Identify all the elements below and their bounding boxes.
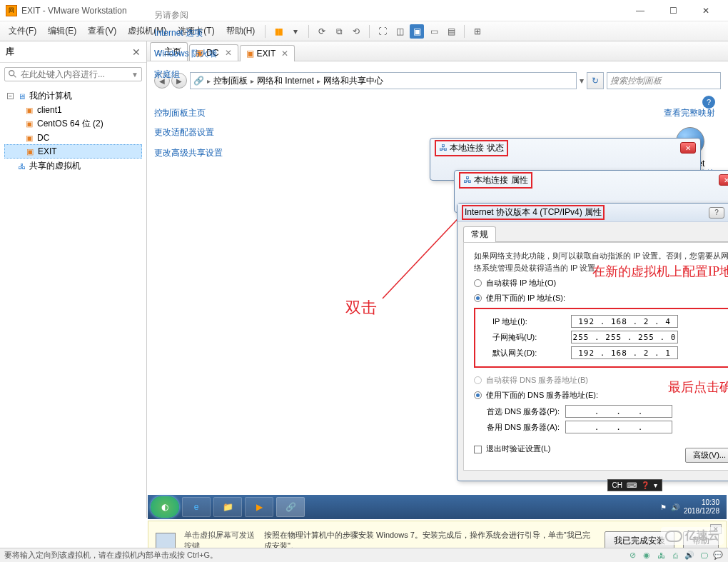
vm-icon: ▣ xyxy=(25,146,35,156)
radio-icon xyxy=(474,376,482,384)
close-button[interactable]: ✕ xyxy=(689,0,722,21)
internet-options-link[interactable]: Internet 选项 xyxy=(154,27,217,39)
taskbar-mediaplayer[interactable]: ▶ xyxy=(245,497,273,517)
status-net-icon[interactable]: 🖧 xyxy=(655,550,667,561)
maximize-button[interactable]: ☐ xyxy=(657,0,689,21)
separator xyxy=(369,25,370,38)
mask-input[interactable]: 255 . 255 . 255 . 0 xyxy=(571,331,678,343)
annotation-ok: 最后点击确定 xyxy=(668,378,728,396)
pause-icon[interactable]: ▮▮ xyxy=(271,24,285,39)
fullscreen-icon[interactable]: ⛶ xyxy=(375,24,390,39)
svg-point-0 xyxy=(9,71,14,76)
tray-flag-icon[interactable]: ⚑ xyxy=(660,503,667,511)
tree-vm-centos[interactable]: ▣CentOS 64 位 (2) xyxy=(4,116,142,131)
menu-file[interactable]: 文件(F) xyxy=(4,23,41,39)
svg-line-1 xyxy=(14,75,16,78)
sidebar-close-icon[interactable]: ✕ xyxy=(132,46,141,58)
dialog2-close-button[interactable]: ✕ xyxy=(719,174,728,186)
tree-vm-dc[interactable]: ▣DC xyxy=(4,131,142,144)
tab-close-icon[interactable]: ✕ xyxy=(225,48,232,58)
guest-screen[interactable]: ◀ ▶ 🔗 ▸ 控制面板 ▸ 网络和 Internet ▸ 网络和共享中心 ▾ … xyxy=(147,61,728,518)
tray-volume-icon[interactable]: 🔊 xyxy=(671,503,679,511)
unity-icon[interactable]: ◫ xyxy=(393,24,407,39)
annotation-doubleclick: 双击 xyxy=(345,297,377,318)
statusbar: 要将输入定向到该虚拟机，请在虚拟机内部单击或按 Ctrl+G。 ⊘ ◉ 🖧 ⎙ … xyxy=(0,548,728,562)
snapshot-mgr-icon[interactable]: ⧉ xyxy=(332,24,346,39)
status-disk-icon[interactable]: ⊘ xyxy=(627,550,638,561)
sidebar-search-input[interactable] xyxy=(21,69,131,79)
dialog3-help-button[interactable]: ? xyxy=(709,207,724,219)
status-cd-icon[interactable]: ◉ xyxy=(641,550,652,561)
firewall-link[interactable]: Windows 防火墙 xyxy=(154,48,217,60)
guest-taskbar: CH⌨❓▾ ◐ e 📁 ▶ 🔗 ⚑ 🔊 10:30 2018/12/28 xyxy=(148,495,727,519)
dns2-input[interactable]: . . . xyxy=(565,421,672,433)
taskbar-ie[interactable]: e xyxy=(182,497,211,517)
refresh-button[interactable]: ↻ xyxy=(587,72,604,89)
minimize-button[interactable]: — xyxy=(624,0,657,21)
taskbar-network[interactable]: 🔗 xyxy=(276,497,305,517)
cp-home-link[interactable]: 控制面板主页 xyxy=(154,107,268,119)
separator xyxy=(308,25,309,38)
shared-icon: 🖧 xyxy=(16,161,26,171)
tree-root-label: 我的计算机 xyxy=(29,90,72,102)
tree-root[interactable]: − 🖥 我的计算机 xyxy=(4,89,142,104)
radio-manual-ip[interactable]: 使用下面的 IP 地址(S): xyxy=(474,293,728,303)
collapse-icon[interactable]: − xyxy=(7,93,14,99)
view2-icon[interactable]: ▭ xyxy=(427,24,441,39)
tab-general[interactable]: 常规 xyxy=(463,226,496,242)
taskbar-explorer[interactable]: 📁 xyxy=(213,497,242,517)
adv-sharing-link[interactable]: 更改高级共享设置 xyxy=(154,147,268,159)
radio-checked-icon xyxy=(474,391,482,399)
view-map-link[interactable]: 查看完整映射 xyxy=(655,107,715,119)
homegroup-link[interactable]: 家庭组 xyxy=(154,69,217,81)
dialog2-title: 🖧 本地连接 属性 xyxy=(459,172,532,189)
status-sound-icon[interactable]: 🔊 xyxy=(684,550,695,561)
vmware-logo-icon: 回 xyxy=(6,5,17,16)
ip-input[interactable]: 192 . 168 . 2 . 4 xyxy=(571,315,678,328)
menu-edit[interactable]: 编辑(E) xyxy=(44,23,81,39)
adapter-settings-link[interactable]: 更改适配器设置 xyxy=(154,126,268,139)
adapter-icon: 🖧 xyxy=(439,143,448,153)
checkbox-icon xyxy=(474,446,482,453)
tab-exit[interactable]: ▣EXIT✕ xyxy=(240,45,295,61)
tree-vm-client1[interactable]: ▣client1 xyxy=(4,104,142,116)
gw-label: 默认网关(D): xyxy=(492,348,571,358)
menu-view[interactable]: 查看(V) xyxy=(84,23,121,39)
content-area: ⌂主页 ▣DC✕ ▣EXIT✕ ◀ ▶ 🔗 ▸ 控制面板 ▸ 网络和 Inter… xyxy=(147,41,728,518)
radio-checked-icon xyxy=(474,294,482,302)
sidebar-search[interactable]: ▼ xyxy=(4,67,142,81)
tab-close-icon[interactable]: ✕ xyxy=(281,49,288,59)
tree-shared[interactable]: 🖧 共享的虚拟机 xyxy=(4,159,142,174)
advanced-button[interactable]: 高级(V)... xyxy=(685,448,728,463)
ime-indicator[interactable]: CH⌨❓▾ xyxy=(607,479,662,491)
status-display-icon[interactable]: 🖵 xyxy=(698,550,709,561)
annotation-config: 在新的虚拟机上配置IP地址 xyxy=(592,263,728,280)
status-usb-icon[interactable]: ⎙ xyxy=(669,550,681,561)
snapshot-icon[interactable]: ⟳ xyxy=(315,24,329,39)
dialog1-close-button[interactable]: ✕ xyxy=(680,142,696,154)
status-msg-icon[interactable]: 💬 xyxy=(712,550,724,561)
address-bar: ◀ ▶ 🔗 ▸ 控制面板 ▸ 网络和 Internet ▸ 网络和共享中心 ▾ … xyxy=(154,70,721,91)
breadcrumb[interactable]: 🔗 ▸ 控制面板 ▸ 网络和 Internet ▸ 网络和共享中心 xyxy=(190,72,577,89)
dns1-input[interactable]: . . . xyxy=(565,405,672,418)
view3-icon[interactable]: ▤ xyxy=(444,24,458,39)
system-tray[interactable]: ⚑ 🔊 10:30 2018/12/28 xyxy=(660,498,724,516)
window-title: EXIT - VMware Workstation xyxy=(21,6,624,16)
dropdown-icon[interactable]: ▾ xyxy=(288,24,303,39)
watermark: 亿速云 xyxy=(661,527,724,545)
ip-label: IP 地址(I): xyxy=(492,316,571,327)
gw-input[interactable]: 192 . 168 . 2 . 1 xyxy=(571,346,678,359)
dns2-label: 备用 DNS 服务器(A): xyxy=(487,422,565,433)
dropdown-icon[interactable]: ▾ xyxy=(580,76,584,86)
library-icon[interactable]: ⊞ xyxy=(470,24,485,39)
tree-vm-exit[interactable]: ▣EXIT xyxy=(4,144,142,159)
menubar: 文件(F) 编辑(E) 查看(V) 虚拟机(M) 选项卡(T) 帮助(H) ▮▮… xyxy=(0,21,728,41)
start-button[interactable]: ◐ xyxy=(151,496,179,518)
snapshot-rev-icon[interactable]: ⟲ xyxy=(349,24,363,39)
tray-clock[interactable]: 10:30 2018/12/28 xyxy=(684,498,719,516)
cp-search[interactable]: 搜索控制面板 xyxy=(607,72,721,89)
menu-help[interactable]: 帮助(H) xyxy=(222,23,260,39)
search-dropdown-icon[interactable]: ▼ xyxy=(131,71,138,79)
vm-icon: ▣ xyxy=(24,105,34,115)
view1-icon[interactable]: ▣ xyxy=(410,24,424,39)
